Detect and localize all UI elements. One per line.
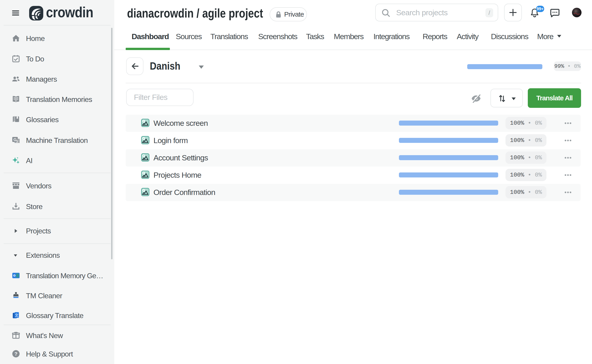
svg-text:文: 文 bbox=[15, 313, 19, 317]
svg-text:文: 文 bbox=[15, 140, 19, 143]
svg-text:?: ? bbox=[14, 351, 17, 357]
